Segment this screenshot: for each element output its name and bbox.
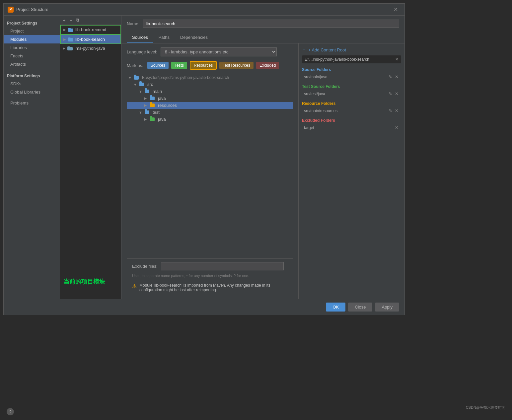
module-item-lib-book-search[interactable]: ▶ lib-book-search: [60, 35, 121, 44]
remove-excluded-folder-button[interactable]: ✕: [394, 125, 399, 130]
sidebar-item-libraries[interactable]: Libraries: [4, 43, 60, 52]
content-root-path-text: E:\...lms-python-java\lib-book-search: [305, 57, 369, 62]
help-button[interactable]: ?: [7, 408, 14, 415]
toggle-icon: ▶: [144, 96, 149, 101]
tree-node-test[interactable]: ▼ test: [127, 109, 293, 116]
sidebar-item-facets[interactable]: Facets: [4, 52, 60, 60]
tree-node-resources[interactable]: ▶ resources: [127, 102, 293, 109]
apply-button[interactable]: Apply: [375, 303, 399, 312]
module-item-lib-book-recomd[interactable]: ▶ lib-book-recomd: [60, 25, 121, 35]
resource-folder-path: src/main/resources: [304, 108, 337, 113]
sidebar-item-project[interactable]: Project: [4, 27, 60, 35]
ok-button[interactable]: OK: [326, 303, 345, 312]
tab-paths[interactable]: Paths: [153, 32, 175, 43]
add-module-button[interactable]: +: [61, 17, 67, 24]
lang-level-select[interactable]: 8 - lambdas, type annotations etc.: [161, 47, 277, 56]
tree-node-java-test[interactable]: ▶ java: [127, 116, 293, 123]
remove-source-folder-button[interactable]: ✕: [394, 74, 399, 79]
test-source-folders-title: Test Source Folders: [302, 84, 401, 89]
exclude-files-input[interactable]: [161, 262, 284, 270]
folder-icon: [150, 104, 155, 107]
warning-row: ⚠ Module 'lib-book-search' is imported f…: [127, 280, 293, 295]
project-structure-dialog: P Project Structure ✕ Project Settings P…: [3, 3, 405, 315]
edit-test-source-button[interactable]: ✎: [388, 91, 393, 96]
folder-icon: [68, 28, 73, 32]
tab-dependencies[interactable]: Dependencies: [175, 32, 213, 43]
content-root-path: E:\...lms-python-java\lib-book-search ✕: [302, 55, 401, 63]
folder-icon: [67, 46, 73, 50]
folder-icon: [68, 37, 73, 41]
dialog-body: Project Settings Project Modules Librari…: [4, 16, 404, 299]
edit-resource-folder-button[interactable]: ✎: [388, 108, 393, 113]
mark-test-resources-button[interactable]: Test Resources: [219, 62, 254, 69]
folder-entry-actions: ✎ ✕: [388, 91, 399, 96]
title-bar: P Project Structure ✕: [4, 4, 404, 16]
tab-sources[interactable]: Sources: [127, 32, 153, 43]
excluded-folder-path: target: [304, 125, 314, 130]
module-label: lms-python-java: [75, 46, 105, 51]
module-label: lib-book-recomd: [75, 27, 106, 32]
sidebar-item-sdks[interactable]: SDKs: [4, 80, 60, 88]
sidebar-item-global-libraries[interactable]: Global Libraries: [4, 88, 60, 96]
exclude-files-row: Exclude files:: [127, 258, 293, 274]
sidebar: Project Settings Project Modules Librari…: [4, 16, 60, 299]
lang-level-row: Language level: 8 - lambdas, type annota…: [127, 47, 293, 56]
close-button[interactable]: Close: [348, 303, 372, 312]
name-input[interactable]: [143, 20, 399, 28]
tree-node-label: java: [158, 96, 166, 101]
watermark: CSDN@鱼找水需要时间: [466, 405, 505, 410]
warning-icon: ⚠: [132, 283, 137, 289]
toggle-icon: ▶: [144, 103, 149, 107]
sidebar-item-problems[interactable]: Problems: [4, 99, 60, 107]
toggle-icon: ▼: [128, 76, 133, 80]
folder-icon: [150, 117, 155, 121]
copy-module-button[interactable]: ⧉: [75, 17, 81, 24]
name-row: Name:: [121, 16, 404, 32]
main-content: Name: Sources Paths Dependencies: [121, 16, 404, 299]
toggle-icon: ▼: [133, 83, 138, 87]
module-item-lms-python-java[interactable]: ▶ lms-python-java: [60, 44, 121, 52]
tree-node-root[interactable]: ▼ E:\syzton\project\lms-python-java\lib-…: [127, 74, 293, 81]
plus-icon: ＋: [302, 47, 306, 53]
exclude-files-label: Exclude files:: [132, 264, 158, 269]
edit-source-folder-button[interactable]: ✎: [388, 74, 393, 79]
toggle-icon: ▼: [139, 110, 143, 114]
lang-level-label: Language level:: [127, 49, 157, 54]
expand-icon: ▶: [63, 28, 66, 32]
source-folder-entry: src/main/java ✎ ✕: [302, 73, 401, 80]
folder-icon: [139, 83, 144, 86]
folder-icon: [134, 76, 139, 80]
excluded-folders-title: Excluded Folders: [302, 118, 401, 123]
remove-module-button[interactable]: −: [68, 17, 73, 24]
warning-message: Module 'lib-book-search' is imported fro…: [139, 283, 288, 292]
folder-tree: ▼ E:\syzton\project\lms-python-java\lib-…: [127, 74, 293, 258]
tree-node-main[interactable]: ▼ main: [127, 88, 293, 95]
tree-node-label: resources: [158, 103, 177, 108]
test-source-folder-path: src/test/java: [304, 92, 325, 96]
folder-entry-actions: ✕: [394, 125, 399, 130]
tree-node-java-main[interactable]: ▶ java: [127, 95, 293, 102]
folder-icon: [150, 97, 155, 100]
mark-as-label: Mark as:: [127, 63, 143, 68]
tree-node-src[interactable]: ▼ src: [127, 81, 293, 88]
folder-entry-actions: ✎ ✕: [388, 74, 399, 79]
mark-tests-button[interactable]: Tests: [171, 62, 187, 69]
expand-icon: ▶: [63, 37, 66, 41]
sidebar-item-artifacts[interactable]: Artifacts: [4, 60, 60, 68]
add-content-root-button[interactable]: ＋ + Add Content Root: [302, 47, 401, 53]
folder-icon: [145, 90, 149, 93]
mark-excluded-button[interactable]: Excluded: [256, 62, 279, 69]
remove-test-source-button[interactable]: ✕: [394, 91, 399, 96]
annotation-text: 当前的项目模块: [63, 278, 105, 286]
name-label: Name:: [127, 21, 139, 26]
content-root-close-icon[interactable]: ✕: [395, 57, 399, 62]
mark-sources-button[interactable]: Sources: [147, 62, 169, 69]
resource-folders-title: Resource Folders: [302, 101, 401, 106]
source-folders-title: Source Folders: [302, 67, 401, 72]
close-icon[interactable]: ✕: [391, 5, 401, 14]
mark-resources-button[interactable]: Resources: [190, 61, 217, 70]
tree-node-label: java: [158, 117, 166, 122]
module-list: + − ⧉ ▶ lib-book-recomd ▶ lib-book-searc…: [60, 16, 121, 299]
sidebar-item-modules[interactable]: Modules: [4, 35, 60, 43]
remove-resource-folder-button[interactable]: ✕: [394, 108, 399, 113]
